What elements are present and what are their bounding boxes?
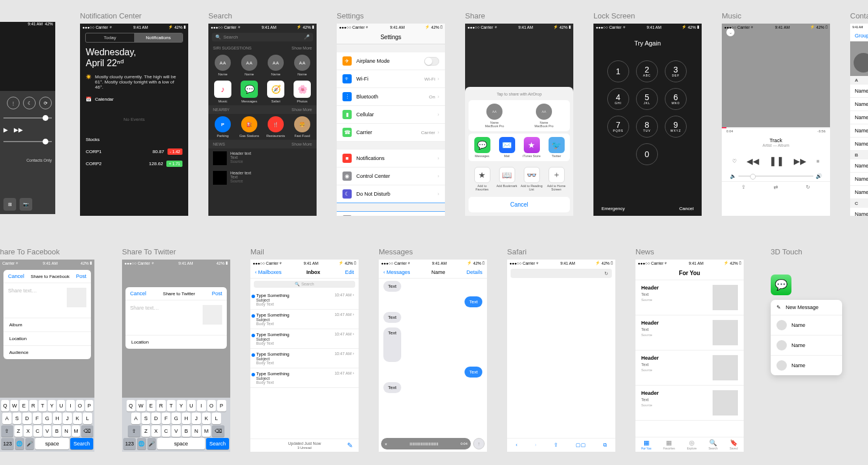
fb-field[interactable]: Location <box>3 331 91 345</box>
key[interactable]: G <box>172 413 181 424</box>
share-action[interactable]: 👓Add to Reading List <box>520 167 543 191</box>
airdrop-target[interactable]: AANameMacBook Pro <box>483 104 506 128</box>
fb-textarea[interactable]: Share text… <box>8 288 37 313</box>
key[interactable]: N <box>192 425 201 437</box>
key[interactable]: L <box>83 413 92 424</box>
compose-icon[interactable]: ✎ <box>347 441 353 449</box>
news-suggestion[interactable]: Header textTextSource <box>208 148 317 168</box>
shift-key[interactable]: ⇧ <box>1 425 13 437</box>
camera-icon[interactable]: 📷 <box>20 198 32 211</box>
key[interactable]: Z <box>142 425 151 437</box>
settings-row[interactable]: ⋮BluetoothOn› <box>337 88 445 106</box>
key[interactable]: V <box>172 425 181 437</box>
news-item[interactable]: HeaderTextSource <box>635 315 744 350</box>
key[interactable]: J <box>63 413 72 424</box>
share-action[interactable]: 📖Add Bookmark <box>496 167 519 191</box>
siri-suggestion[interactable]: AAName <box>238 55 261 76</box>
send-up-icon[interactable]: ↑ <box>473 438 485 449</box>
tabs-icon[interactable]: ⧉ <box>603 442 607 448</box>
key[interactable]: K <box>73 413 82 424</box>
app-suggestion[interactable]: 🌸Photos <box>291 81 314 103</box>
share-action[interactable]: ＋Add to Home Screen <box>545 167 568 191</box>
settings-row[interactable]: ⚙General› <box>337 211 445 216</box>
keyboard[interactable]: QWERTYUIOPASDFGHJKL⇧ZXCVBNM⌫123🌐🎤spaceSe… <box>122 398 230 452</box>
backspace-key[interactable]: ⌫ <box>81 425 93 437</box>
app-suggestion[interactable]: 💬Messages <box>238 81 261 103</box>
key[interactable]: X <box>24 425 32 437</box>
back-icon[interactable]: ‹ <box>516 442 517 448</box>
key[interactable]: F <box>33 413 42 424</box>
mail-item[interactable]: Type Something10:47 AM ›SubjectBody Text <box>250 329 359 349</box>
key[interactable]: P <box>85 400 93 411</box>
num-key[interactable]: 123 <box>1 438 14 449</box>
share-app[interactable]: ✉️Mail <box>496 137 519 158</box>
search-key[interactable]: Search <box>70 438 93 449</box>
emergency[interactable]: Emergency <box>601 206 625 211</box>
quick-contact[interactable]: Name <box>771 315 842 336</box>
fb-cancel[interactable]: Cancel <box>8 273 24 279</box>
keypad-2[interactable]: 2ABC <box>636 60 658 82</box>
tw-field[interactable]: Location <box>125 335 227 349</box>
key[interactable]: I <box>197 400 206 411</box>
keyboard[interactable]: QWERTYUIOPASDFGHJKL⇧ZXCVBNM⌫123🌐🎤spaceSe… <box>0 398 94 452</box>
mail-item[interactable]: Type Something10:47 AM ›SubjectBody Text <box>250 349 359 368</box>
contact-row[interactable]: Name <box>850 111 868 124</box>
key[interactable]: T <box>167 400 176 411</box>
key[interactable]: R <box>29 400 37 411</box>
nearby-category[interactable]: 🍔Fast Food <box>291 116 314 138</box>
globe-key[interactable]: 🌐 <box>137 438 146 449</box>
key[interactable]: P <box>217 400 226 411</box>
key[interactable]: T <box>39 400 47 411</box>
key[interactable]: H <box>53 413 62 424</box>
key[interactable]: R <box>157 400 166 411</box>
search-input[interactable]: 🔍Search🎤 <box>212 33 313 41</box>
play-icon[interactable]: ▶ <box>3 127 8 133</box>
share-app[interactable]: ★iTunes Store <box>520 137 543 158</box>
back-groups[interactable]: Group <box>855 33 868 39</box>
news-item[interactable]: HeaderTextSource <box>635 386 744 421</box>
siri-suggestion[interactable]: AAName <box>264 55 287 76</box>
search-key[interactable]: Search <box>206 438 229 449</box>
fb-field[interactable]: Audience <box>3 345 91 359</box>
reload-icon[interactable]: ↻ <box>604 271 608 276</box>
contact-row[interactable]: Name <box>850 98 868 111</box>
key[interactable]: U <box>57 400 65 411</box>
show-more[interactable]: Show More <box>292 108 312 112</box>
contact-row[interactable]: Name <box>850 173 868 186</box>
quick-contact[interactable]: Name <box>771 336 842 356</box>
key[interactable]: G <box>43 413 52 424</box>
key[interactable]: O <box>76 400 84 411</box>
show-more[interactable]: Show More <box>292 142 312 146</box>
key[interactable]: Z <box>14 425 23 437</box>
app-suggestion[interactable]: 🧭Safari <box>264 81 287 103</box>
key[interactable]: S <box>13 413 22 424</box>
forward-icon[interactable]: ▶▶ <box>14 127 23 133</box>
share-app[interactable]: 🐦Twitter <box>545 137 568 158</box>
pause-icon[interactable]: ❚❚ <box>769 155 784 166</box>
mic-key[interactable]: 🎤 <box>147 438 157 449</box>
key[interactable]: X <box>151 425 161 437</box>
key[interactable]: S <box>142 413 151 424</box>
key[interactable]: Y <box>48 400 56 411</box>
airdrop-label[interactable]: Contacts Only <box>3 158 52 162</box>
news-tab[interactable]: 🔍Search <box>709 439 718 450</box>
key[interactable]: F <box>162 413 171 424</box>
calculator-icon[interactable]: ⊞ <box>3 198 16 211</box>
key[interactable]: W <box>10 400 18 411</box>
key[interactable]: D <box>22 413 32 424</box>
prev-icon[interactable]: ◀◀ <box>747 157 759 166</box>
mail-back[interactable]: ‹ Mailboxes <box>255 269 281 275</box>
contact-row[interactable]: Name <box>850 186 868 199</box>
space-key[interactable]: space <box>157 438 205 449</box>
news-tab[interactable]: ▦For You <box>641 439 651 450</box>
mail-edit[interactable]: Edit <box>345 269 354 275</box>
next-icon[interactable]: ▶▶ <box>794 157 806 166</box>
key[interactable]: D <box>151 413 161 424</box>
news-suggestion[interactable]: Header textTextSource <box>208 168 317 188</box>
keypad-8[interactable]: 8TUV <box>636 116 658 138</box>
globe-key[interactable]: 🌐 <box>15 438 24 449</box>
key[interactable]: C <box>33 425 42 437</box>
siri-suggestion[interactable]: AAName <box>291 55 314 76</box>
key[interactable]: A <box>2 413 12 424</box>
mail-item[interactable]: Type Something10:47 AM ›SubjectBody Text <box>250 290 359 310</box>
